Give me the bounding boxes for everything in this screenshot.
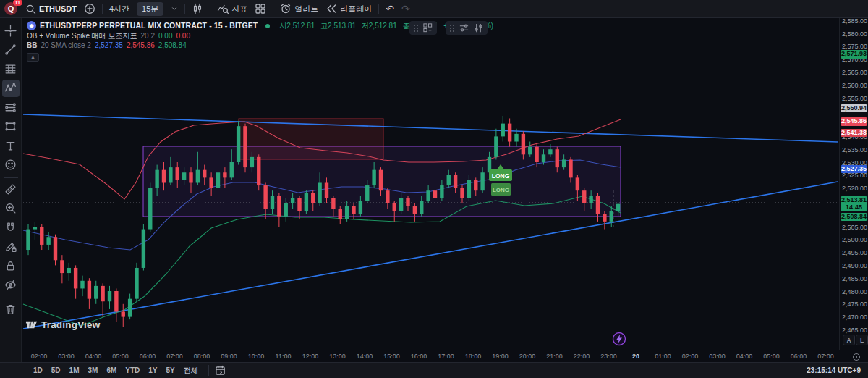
tradingview-watermark[interactable]: TradingView xyxy=(25,319,100,331)
symbol-logo: ◆ xyxy=(27,21,36,30)
go-to-date-icon[interactable] xyxy=(215,365,226,376)
time-tick: 04:00 xyxy=(85,353,102,360)
indicator-quick-group[interactable] xyxy=(446,21,488,35)
time-tick: 12:00 xyxy=(302,353,319,360)
auto-scale-button[interactable]: A xyxy=(843,335,855,345)
zoom-in-tool[interactable] xyxy=(2,200,20,217)
notification-badge: 11 xyxy=(13,0,22,6)
range-button-1m[interactable]: 1M xyxy=(66,365,83,376)
time-tick: 05:00 xyxy=(763,353,780,360)
time-tick: 15:00 xyxy=(383,353,400,360)
measure-tool[interactable] xyxy=(2,180,20,198)
price-level-badge[interactable]: 2,545.86 xyxy=(841,117,867,126)
candle xyxy=(148,182,152,232)
fib-tool[interactable] xyxy=(2,60,20,77)
time-tick: 02:00 xyxy=(31,353,48,360)
timeframe-4h-button[interactable]: 4시간 xyxy=(106,1,133,17)
last-price-badge[interactable]: 2,513.8114:45 xyxy=(841,196,867,211)
time-tick: 07:00 xyxy=(166,353,183,360)
chart-pane[interactable]: LONGLONG ◆ ETHUSDTPERP PERPETUAL MIX CON… xyxy=(22,18,839,350)
crosshair-tool[interactable] xyxy=(2,22,20,39)
candle xyxy=(501,116,505,142)
rail-divider xyxy=(4,177,18,178)
price-level-badge[interactable]: 2,527.35 xyxy=(841,165,867,174)
plus-circle-icon xyxy=(84,3,95,14)
settings-sliders-icon xyxy=(459,22,469,33)
candle xyxy=(142,224,145,270)
symbol-search-button[interactable]: ETHUSDT xyxy=(22,1,80,17)
chart-style-button[interactable] xyxy=(188,1,207,17)
timeframe-dropdown-button[interactable] xyxy=(167,1,182,17)
candle xyxy=(67,263,71,281)
toolbar-divider xyxy=(378,4,379,14)
range-button-1y[interactable]: 1Y xyxy=(145,365,161,376)
lock-all-tool[interactable] xyxy=(2,257,20,274)
price-level-badge[interactable]: 2,508.84 xyxy=(841,213,867,222)
time-tick: 21:00 xyxy=(546,353,563,360)
log-scale-button[interactable]: L xyxy=(856,335,868,345)
position-tool[interactable] xyxy=(2,98,20,116)
legend-title[interactable]: ETHUSDTPERP PERPETUAL MIX CONTRACT - 15 … xyxy=(40,21,258,31)
remove-all-tool[interactable] xyxy=(2,301,20,318)
layout-quick-group[interactable] xyxy=(409,21,437,35)
range-button-6m[interactable]: 6M xyxy=(103,365,120,376)
time-tick: 05:00 xyxy=(112,353,129,360)
magnet-icon xyxy=(4,222,17,234)
price-tick: 2,485.00 xyxy=(842,275,867,282)
range-button-5y[interactable]: 5Y xyxy=(163,365,179,376)
candle xyxy=(114,288,118,322)
funding-event-icon[interactable] xyxy=(613,333,626,345)
price-tick: 2,500.00 xyxy=(842,236,867,243)
settings-sliders-icon xyxy=(473,22,484,33)
candle xyxy=(80,276,84,296)
range-button-전체[interactable]: 전체 xyxy=(180,364,202,377)
price-level-badge[interactable]: 2,541.38 xyxy=(841,129,867,138)
replay-button[interactable]: 리플레이 xyxy=(322,1,375,17)
zoom-in-icon xyxy=(4,202,17,214)
trendline-tool[interactable] xyxy=(2,41,20,59)
timeframe-15m-button[interactable]: 15분 xyxy=(133,1,167,17)
legend-indicator-row-2[interactable]: BB 20 SMA close 2 2,527.35 2,545.86 2,50… xyxy=(27,41,493,51)
price-chart[interactable]: LONGLONG xyxy=(22,18,839,350)
alert-button[interactable]: 얼러트 xyxy=(276,1,322,17)
indicators-button[interactable]: 지표 xyxy=(213,1,251,17)
drawing-lock-tool[interactable] xyxy=(2,238,20,256)
candle xyxy=(88,278,91,309)
time-tick: 02:00 xyxy=(682,353,699,360)
range-button-ytd[interactable]: YTD xyxy=(122,365,143,376)
range-button-5d[interactable]: 5D xyxy=(48,365,64,376)
text-tool[interactable] xyxy=(2,137,20,154)
redo-button[interactable]: ↷ xyxy=(398,1,414,17)
drawing-toolbar xyxy=(0,18,22,362)
emoji-tool[interactable] xyxy=(2,156,20,174)
clock[interactable]: 23:15:14 UTC+9 xyxy=(807,366,868,374)
candle xyxy=(26,224,30,255)
user-avatar[interactable]: Q 11 xyxy=(4,2,17,15)
candle xyxy=(494,129,498,160)
legend-collapse-button[interactable]: ▲ xyxy=(27,53,39,62)
candle xyxy=(277,193,281,227)
time-axis[interactable]: 02:0003:0004:0005:0006:0007:0008:0009:00… xyxy=(22,350,868,362)
range-button-3m[interactable]: 3M xyxy=(85,365,102,376)
price-level-badge[interactable]: 2,571.93 xyxy=(841,50,867,59)
text-icon xyxy=(4,140,17,152)
range-button-1d[interactable]: 1D xyxy=(30,365,46,376)
magnet-tool[interactable] xyxy=(2,219,20,236)
undo-button[interactable]: ↶ xyxy=(382,1,398,17)
pattern-tool-active[interactable] xyxy=(2,80,20,97)
time-tick: 10:00 xyxy=(248,353,265,360)
timezone-settings-icon[interactable] xyxy=(852,353,861,361)
supply-zone[interactable] xyxy=(239,119,383,159)
layout-templates-button[interactable] xyxy=(251,1,270,17)
trendline-resistance[interactable] xyxy=(23,114,838,142)
price-level-badge[interactable]: 2,550.94 xyxy=(841,104,867,113)
hide-all-tool[interactable] xyxy=(2,277,20,294)
time-tick: 23:00 xyxy=(600,353,617,360)
compare-add-button[interactable] xyxy=(80,1,99,17)
shapes-tool[interactable] xyxy=(2,118,20,135)
time-tick: 04:00 xyxy=(736,353,753,360)
price-tick: 2,475.00 xyxy=(842,301,867,308)
price-axis[interactable]: 2,585.002,580.002,575.002,570.002,565.00… xyxy=(839,18,868,350)
time-tick: 20:00 xyxy=(519,353,536,360)
candle xyxy=(243,124,247,173)
